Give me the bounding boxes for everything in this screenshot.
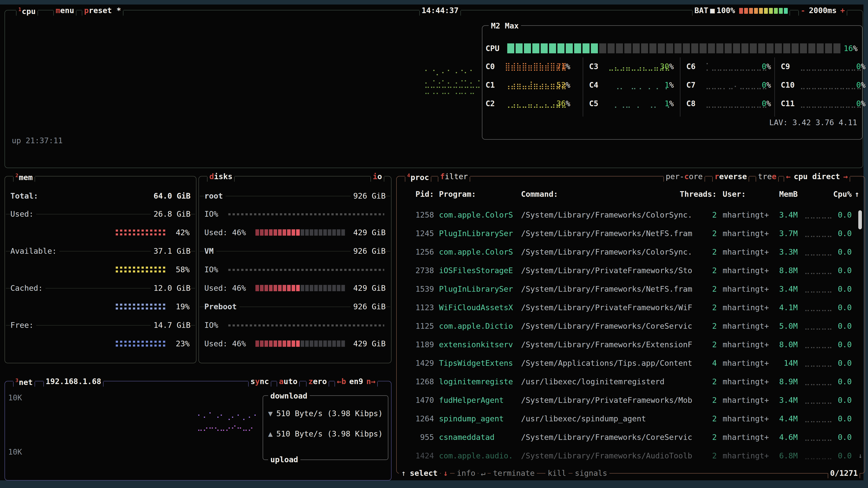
select-up-key[interactable]: ↑ — [399, 468, 408, 478]
interval-increase-button[interactable]: + — [840, 6, 845, 15]
process-command: /System/Library/Frameworks/AudioToolb — [521, 451, 692, 460]
mem-free-meter-row: 23% — [5, 339, 196, 348]
io-toggle-button[interactable]: io — [370, 172, 384, 181]
process-row[interactable]: 1268loginitemregiste/usr/libexec/loginit… — [397, 377, 865, 386]
meter-block — [733, 43, 740, 53]
meter-block — [783, 43, 790, 53]
process-pid: 1470 — [399, 396, 434, 404]
process-threads: 2 — [698, 414, 717, 423]
scroll-more-icon: ↓ — [858, 452, 862, 459]
cpu-total-row: CPU 16% — [486, 41, 859, 55]
meter-block — [274, 285, 277, 291]
meter-block — [769, 8, 773, 14]
process-threads: 2 — [698, 396, 717, 404]
process-mem: 3.4M — [767, 210, 798, 219]
select-down-key[interactable]: ↓ — [441, 468, 450, 478]
sync-button[interactable]: sync — [248, 377, 271, 386]
cpu-core-C5: C5⠀⡀⢀⣀⠀⡀⠀⢀⡀⠀⢀1% — [589, 97, 686, 110]
upload-speed-row: ▲510 Byte/s (3.98 Kibps) — [268, 429, 383, 438]
meter-block — [255, 285, 259, 291]
auto-button[interactable]: auto — [277, 377, 300, 386]
process-row[interactable]: 1125com.apple.Dictio/System/Library/Fram… — [397, 322, 865, 330]
auto-label: uto — [283, 377, 297, 386]
interval-decrease-button[interactable]: - — [801, 6, 805, 15]
disk-root-row: root926 GiB — [199, 191, 391, 200]
process-program: spindump_agent — [439, 414, 504, 423]
meter-block — [314, 340, 318, 347]
core-percent-value: 0 — [856, 62, 861, 71]
meter-block — [265, 229, 268, 236]
next-interface-button[interactable]: n→ — [366, 377, 375, 386]
meter-block — [741, 43, 748, 53]
auto-hotkey: a — [279, 377, 283, 386]
menu-button[interactable]: menu — [53, 6, 76, 15]
dotted-leader: ⠒⠒⠒⠒⠒ — [804, 399, 828, 408]
process-row[interactable]: 1123WiFiCloudAssetsX/System/Library/Priv… — [397, 303, 865, 312]
process-program: com.apple.audio. — [439, 451, 513, 460]
process-row[interactable]: 955csnameddatad/System/Library/Framework… — [397, 433, 865, 442]
process-cpu: 0.0 — [826, 210, 852, 219]
load-average: LAV: 3.42 3.76 4.11 — [769, 118, 857, 127]
prev-interface-button[interactable]: ←b — [337, 377, 346, 386]
io-hotkey: i — [373, 172, 377, 181]
disk-used-value: 429 GiB — [350, 284, 385, 293]
process-command: /System/Library/Frameworks/CoreServic — [521, 433, 692, 442]
zero-button[interactable]: zero — [306, 377, 329, 386]
meter-block — [269, 285, 273, 291]
process-row[interactable]: 1429TipsWidgetExtens/System/Applications… — [397, 359, 865, 367]
cpu-core-C7: C7⣀⣀⣀⡀⣀⠄⣀⣀⣀⣀⣀0% — [686, 78, 783, 92]
core-percent-value: 0 — [762, 80, 766, 90]
process-row[interactable]: 1539PlugInLibrarySer/System/Library/Fram… — [397, 285, 865, 293]
select-button[interactable]: select — [408, 468, 440, 478]
process-cpu: 0.0 — [826, 229, 852, 238]
core-percent: 0% — [838, 78, 866, 92]
process-cpu: 0.0 — [826, 377, 852, 386]
core-percent: 0% — [838, 60, 866, 73]
meter-dots — [116, 341, 166, 343]
net-box-tab[interactable]: 3net — [13, 376, 35, 387]
process-row[interactable]: 1258com.apple.ColorS/System/Library/Fram… — [397, 210, 865, 219]
process-row[interactable]: 1264spindump_agent/usr/libexec/spindump_… — [397, 414, 865, 423]
process-row[interactable]: 2738iOSFilesStorageE/System/Library/Priv… — [397, 266, 865, 275]
interface-switcher[interactable]: ←ben9n→ — [335, 377, 378, 386]
process-program: WiFiCloudAssetsX — [439, 303, 513, 312]
cpu-tab-label: cpu — [22, 7, 35, 16]
meter-block — [599, 43, 606, 53]
process-threads: 2 — [698, 377, 717, 386]
meter-block — [255, 340, 259, 347]
terminate-button[interactable]: terminate — [491, 468, 537, 478]
kill-button[interactable]: kill — [546, 468, 568, 478]
process-row[interactable]: 1470fudHelperAgent/System/Library/Privat… — [397, 396, 865, 404]
preset-button[interactable]: preset * — [82, 6, 123, 15]
graph-line: ⣂⣈⣐⣁⣂⣐⣈⣁⣂⣈ — [424, 78, 480, 89]
core-percent-value: 71 — [557, 62, 566, 71]
process-command: /System/Library/Frameworks/NetFS.fram — [521, 285, 692, 293]
cpu-total-percent-value: 16 — [844, 44, 853, 53]
process-row[interactable]: 1245PlugInLibrarySer/System/Library/Fram… — [397, 229, 865, 238]
info-button[interactable]: info — [455, 468, 477, 478]
enter-icon: ↵ — [481, 468, 485, 478]
meter-block — [808, 43, 815, 53]
sync-hotkey: y — [255, 377, 259, 386]
cpu-core-box: M2 Max CPU 16% C0⣿⣾⣷⣿⣶⣿⣷⣾⣿⣶⣿71%C1⢠⣴⣶⣤⣼⣶⣴… — [482, 25, 863, 140]
disk-preboot-io-row: IO% — [199, 321, 391, 330]
process-row[interactable]: 1189extensionkitserv/System/Library/Fram… — [397, 340, 865, 349]
process-mem: 4.1M — [767, 303, 798, 312]
meter-block — [739, 8, 743, 14]
process-user: mhartingt+ — [723, 451, 769, 460]
core-percent-value: 0 — [856, 99, 861, 108]
sync-pre: s — [250, 377, 255, 386]
meter-block — [549, 43, 556, 53]
process-row[interactable]: 1424com.apple.audio./System/Library/Fram… — [397, 451, 865, 460]
process-program: extensionkitserv — [439, 340, 513, 349]
process-user: mhartingt+ — [723, 229, 769, 238]
enter-key[interactable]: ↵ — [478, 468, 488, 478]
proc-scrollbar[interactable] — [858, 210, 862, 229]
meter-dots — [116, 345, 166, 347]
core-percent: 0% — [744, 78, 771, 92]
cpu-box-tab[interactable]: 1cpu — [16, 5, 38, 16]
signals-button[interactable]: signals — [572, 468, 610, 478]
process-row[interactable]: 1256com.apple.ColorS/System/Library/Fram… — [397, 248, 865, 256]
meter-block — [269, 340, 273, 347]
mem-box-tab[interactable]: 2mem — [13, 171, 35, 182]
